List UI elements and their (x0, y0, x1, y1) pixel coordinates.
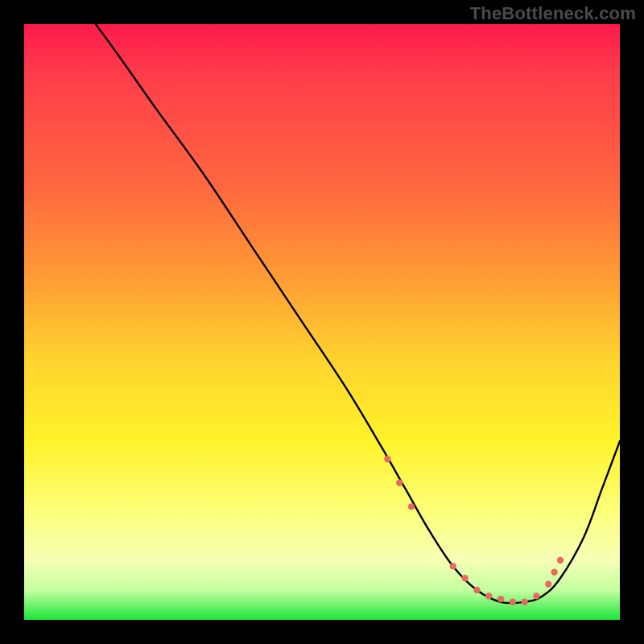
optimal-markers (384, 456, 564, 605)
optimal-marker (461, 575, 468, 581)
optimal-marker (510, 599, 516, 605)
chart-stage: TheBottleneck.com (0, 0, 644, 644)
optimal-marker (384, 456, 390, 462)
optimal-marker (557, 557, 564, 564)
optimal-marker (473, 587, 480, 593)
optimal-marker (533, 592, 539, 599)
plot-area (24, 24, 620, 620)
optimal-marker (497, 596, 504, 602)
optimal-marker (551, 569, 557, 576)
optimal-marker (485, 592, 492, 599)
optimal-marker (396, 480, 402, 486)
optimal-marker (450, 563, 456, 569)
watermark-text: TheBottleneck.com (470, 3, 636, 24)
bottleneck-curve (24, 24, 620, 603)
optimal-marker (545, 580, 551, 587)
optimal-marker (521, 599, 527, 605)
curve-svg (24, 24, 620, 620)
optimal-marker (408, 503, 415, 510)
